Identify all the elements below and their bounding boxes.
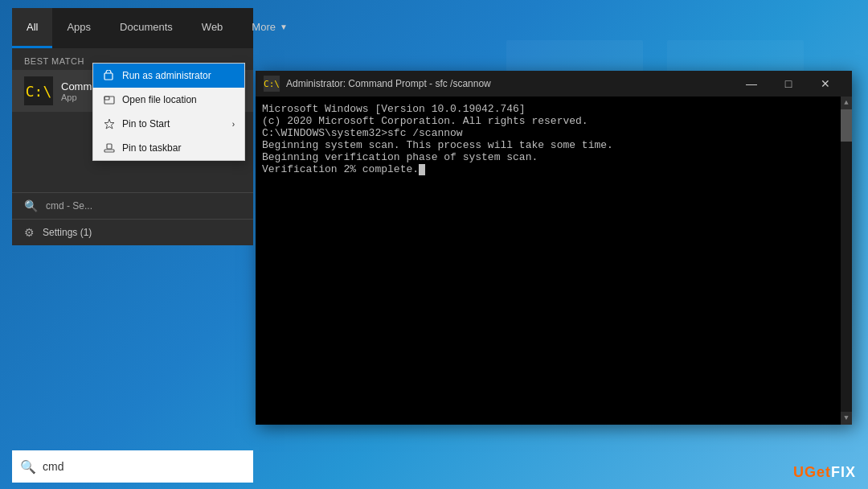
pin-taskbar-icon bbox=[103, 142, 116, 154]
svg-rect-7 bbox=[104, 150, 114, 152]
start-menu: All Apps Documents Web More ▼ Best match… bbox=[12, 8, 253, 245]
context-pin-taskbar[interactable]: Pin to taskbar bbox=[93, 136, 244, 160]
watermark-et: et bbox=[817, 464, 831, 480]
tab-web[interactable]: Web bbox=[187, 8, 238, 48]
context-pin-start[interactable]: Pin to Start › bbox=[93, 112, 244, 136]
pin-taskbar-label: Pin to taskbar bbox=[122, 142, 181, 154]
scroll-up-button[interactable]: ▲ bbox=[841, 97, 852, 109]
cmd-output-area[interactable]: Microsoft Windows [Version 10.0.19042.74… bbox=[256, 97, 852, 425]
more-chevron-icon: ▼ bbox=[280, 23, 288, 31]
settings-text: Settings (1) bbox=[43, 227, 92, 238]
context-menu: Run as administrator Open file location … bbox=[92, 63, 245, 161]
cmd-titlebar-icon: C:\ bbox=[264, 76, 280, 92]
cmd-window: C:\ Administrator: Command Prompt - sfc … bbox=[256, 71, 852, 425]
svg-rect-8 bbox=[107, 144, 112, 149]
cmd-app-icon: C:\ bbox=[24, 76, 53, 105]
svg-rect-4 bbox=[104, 73, 113, 80]
tab-more[interactable]: More ▼ bbox=[237, 8, 302, 48]
cmd-scrollbar[interactable]: ▲ ▼ bbox=[841, 97, 852, 425]
cmd-icon-symbol: C:\ bbox=[26, 83, 52, 100]
open-location-label: Open file location bbox=[122, 94, 197, 105]
watermark-ug: UG bbox=[793, 464, 817, 480]
scroll-down-button[interactable]: ▼ bbox=[841, 412, 852, 425]
cmd-output-line: (c) 2020 Microsoft Corporation. All righ… bbox=[262, 115, 845, 127]
maximize-icon: □ bbox=[785, 77, 792, 90]
search-web-section[interactable]: 🔍 cmd - Se... bbox=[12, 192, 253, 219]
cmd-output-line: Verification 2% complete. bbox=[262, 163, 845, 175]
cmd-output-lines: Microsoft Windows [Version 10.0.19042.74… bbox=[262, 103, 845, 175]
minimize-button[interactable]: — bbox=[733, 71, 770, 97]
cmd-output-line: Microsoft Windows [Version 10.0.19042.74… bbox=[262, 103, 845, 115]
cmd-title-icon-symbol: C:\ bbox=[264, 79, 280, 89]
taskbar-search-input[interactable] bbox=[43, 460, 245, 473]
cmd-cursor bbox=[419, 164, 425, 175]
cmd-titlebar: C:\ Administrator: Command Prompt - sfc … bbox=[256, 71, 852, 97]
pin-start-label: Pin to Start bbox=[122, 118, 170, 129]
taskbar-search-icon: 🔍 bbox=[20, 459, 36, 475]
search-web-icon: 🔍 bbox=[24, 199, 38, 212]
run-admin-icon bbox=[103, 69, 116, 82]
cmd-window-controls: — □ ✕ bbox=[733, 71, 844, 97]
context-run-admin[interactable]: Run as administrator bbox=[93, 64, 244, 88]
context-open-location[interactable]: Open file location bbox=[93, 88, 244, 112]
close-button[interactable]: ✕ bbox=[807, 71, 844, 97]
tab-documents[interactable]: Documents bbox=[105, 8, 187, 48]
tab-all[interactable]: All bbox=[12, 8, 52, 48]
pin-start-icon bbox=[103, 117, 116, 130]
taskbar-search[interactable]: 🔍 bbox=[12, 450, 253, 483]
open-location-icon bbox=[103, 93, 116, 106]
maximize-button[interactable]: □ bbox=[770, 71, 807, 97]
pin-start-submenu-icon: › bbox=[232, 120, 235, 129]
minimize-icon: — bbox=[746, 77, 757, 90]
settings-section[interactable]: ⚙ Settings (1) bbox=[12, 219, 253, 245]
cmd-output-line: Beginning system scan. This process will… bbox=[262, 139, 845, 151]
scrollbar-thumb[interactable] bbox=[841, 109, 852, 142]
close-icon: ✕ bbox=[821, 77, 830, 90]
tab-apps[interactable]: Apps bbox=[52, 8, 105, 48]
scrollbar-track[interactable] bbox=[841, 109, 852, 412]
cmd-titlebar-text: Administrator: Command Prompt - sfc /sca… bbox=[286, 78, 733, 89]
watermark-fix: FIX bbox=[831, 464, 856, 480]
search-tabs: All Apps Documents Web More ▼ bbox=[12, 8, 253, 48]
cmd-output-line: C:\WINDOWS\system32>sfc /scannow bbox=[262, 127, 845, 139]
search-web-text: cmd - Se... bbox=[46, 200, 92, 212]
settings-gear-icon: ⚙ bbox=[24, 226, 35, 239]
watermark: UGetFIX bbox=[793, 464, 856, 481]
cmd-output-line: Beginning verification phase of system s… bbox=[262, 151, 845, 163]
run-admin-label: Run as administrator bbox=[122, 70, 211, 81]
